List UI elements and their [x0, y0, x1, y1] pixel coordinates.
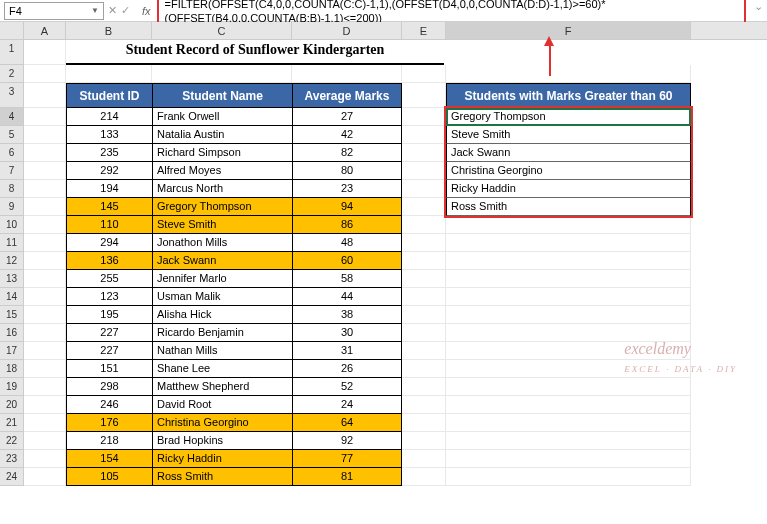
- cell[interactable]: [446, 396, 691, 414]
- row-header[interactable]: 19: [0, 378, 24, 396]
- cell[interactable]: [446, 414, 691, 432]
- row-header[interactable]: 21: [0, 414, 24, 432]
- table-header-marks[interactable]: Average Marks: [292, 83, 402, 108]
- cell[interactable]: [402, 252, 446, 270]
- cell[interactable]: [24, 252, 66, 270]
- student-id-cell[interactable]: 294: [66, 234, 152, 252]
- cell[interactable]: [402, 83, 446, 108]
- row-header[interactable]: 20: [0, 396, 24, 414]
- student-marks-cell[interactable]: 94: [292, 198, 402, 216]
- name-box-dropdown-icon[interactable]: ▼: [91, 6, 99, 15]
- cell[interactable]: [402, 216, 446, 234]
- cell[interactable]: [24, 342, 66, 360]
- student-name-cell[interactable]: Natalia Austin: [152, 126, 292, 144]
- cell[interactable]: [446, 65, 691, 83]
- student-marks-cell[interactable]: 31: [292, 342, 402, 360]
- formula-expand-icon[interactable]: ⌄: [750, 0, 767, 13]
- row-header[interactable]: 8: [0, 180, 24, 198]
- student-marks-cell[interactable]: 82: [292, 144, 402, 162]
- cell[interactable]: [446, 378, 691, 396]
- cell[interactable]: [24, 162, 66, 180]
- cell[interactable]: [24, 83, 66, 108]
- col-header-D[interactable]: D: [292, 22, 402, 39]
- student-id-cell[interactable]: 246: [66, 396, 152, 414]
- student-name-cell[interactable]: Matthew Shepherd: [152, 378, 292, 396]
- student-name-cell[interactable]: Jennifer Marlo: [152, 270, 292, 288]
- cell[interactable]: [402, 108, 446, 126]
- student-name-cell[interactable]: Jonathon Mills: [152, 234, 292, 252]
- col-header-B[interactable]: B: [66, 22, 152, 39]
- result-cell[interactable]: Ross Smith: [446, 198, 691, 216]
- cell[interactable]: [402, 342, 446, 360]
- cell[interactable]: [24, 108, 66, 126]
- cell[interactable]: [24, 396, 66, 414]
- student-id-cell[interactable]: 255: [66, 270, 152, 288]
- col-header-A[interactable]: A: [24, 22, 66, 39]
- cell[interactable]: [402, 180, 446, 198]
- row-header[interactable]: 24: [0, 468, 24, 486]
- cell[interactable]: [402, 198, 446, 216]
- col-header-F[interactable]: F: [446, 22, 691, 39]
- row-header[interactable]: 22: [0, 432, 24, 450]
- student-name-cell[interactable]: Ross Smith: [152, 468, 292, 486]
- cell[interactable]: [446, 288, 691, 306]
- cell[interactable]: [446, 432, 691, 450]
- cell[interactable]: [152, 65, 292, 83]
- cell[interactable]: [446, 234, 691, 252]
- cell[interactable]: [24, 270, 66, 288]
- row-header[interactable]: 18: [0, 360, 24, 378]
- cell[interactable]: [446, 306, 691, 324]
- student-marks-cell[interactable]: 24: [292, 396, 402, 414]
- student-id-cell[interactable]: 195: [66, 306, 152, 324]
- student-marks-cell[interactable]: 80: [292, 162, 402, 180]
- student-marks-cell[interactable]: 44: [292, 288, 402, 306]
- row-header[interactable]: 2: [0, 65, 24, 83]
- row-header[interactable]: 5: [0, 126, 24, 144]
- student-marks-cell[interactable]: 86: [292, 216, 402, 234]
- student-id-cell[interactable]: 105: [66, 468, 152, 486]
- student-name-cell[interactable]: Nathan Mills: [152, 342, 292, 360]
- student-id-cell[interactable]: 151: [66, 360, 152, 378]
- col-header-E[interactable]: E: [402, 22, 446, 39]
- cell[interactable]: [402, 126, 446, 144]
- student-name-cell[interactable]: Christina Georgino: [152, 414, 292, 432]
- result-cell[interactable]: Jack Swann: [446, 144, 691, 162]
- cell[interactable]: [24, 234, 66, 252]
- cell[interactable]: [24, 180, 66, 198]
- student-id-cell[interactable]: 136: [66, 252, 152, 270]
- table-header-name[interactable]: Student Name: [152, 83, 292, 108]
- row-header[interactable]: 12: [0, 252, 24, 270]
- cell[interactable]: [402, 288, 446, 306]
- student-marks-cell[interactable]: 30: [292, 324, 402, 342]
- cell[interactable]: [402, 324, 446, 342]
- student-marks-cell[interactable]: 42: [292, 126, 402, 144]
- student-name-cell[interactable]: Usman Malik: [152, 288, 292, 306]
- student-name-cell[interactable]: Ricky Haddin: [152, 450, 292, 468]
- row-header[interactable]: 1: [0, 40, 24, 65]
- student-name-cell[interactable]: Alfred Moyes: [152, 162, 292, 180]
- cell[interactable]: [402, 234, 446, 252]
- cell[interactable]: [24, 65, 66, 83]
- cell[interactable]: [24, 288, 66, 306]
- cell[interactable]: [446, 450, 691, 468]
- col-header-C[interactable]: C: [152, 22, 292, 39]
- student-name-cell[interactable]: Ricardo Benjamin: [152, 324, 292, 342]
- cell[interactable]: [402, 270, 446, 288]
- student-id-cell[interactable]: 298: [66, 378, 152, 396]
- student-id-cell[interactable]: 227: [66, 324, 152, 342]
- row-header[interactable]: 3: [0, 83, 24, 108]
- result-cell[interactable]: Gregory Thompson: [446, 108, 691, 126]
- student-name-cell[interactable]: David Root: [152, 396, 292, 414]
- student-marks-cell[interactable]: 26: [292, 360, 402, 378]
- cell[interactable]: [402, 378, 446, 396]
- cell[interactable]: [402, 360, 446, 378]
- cell[interactable]: [24, 432, 66, 450]
- row-header[interactable]: 13: [0, 270, 24, 288]
- cancel-formula-icon[interactable]: ✕: [108, 4, 117, 17]
- student-marks-cell[interactable]: 27: [292, 108, 402, 126]
- cell[interactable]: [402, 468, 446, 486]
- cell[interactable]: [24, 324, 66, 342]
- student-id-cell[interactable]: 292: [66, 162, 152, 180]
- cell[interactable]: [24, 198, 66, 216]
- cell[interactable]: [446, 468, 691, 486]
